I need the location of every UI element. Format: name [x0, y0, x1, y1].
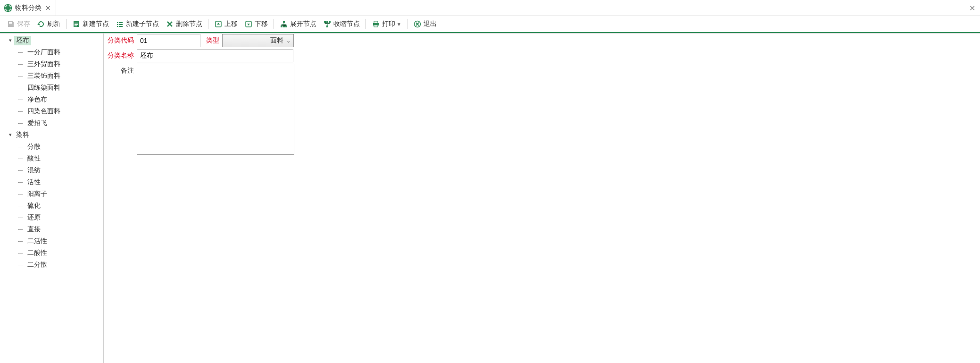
- svg-rect-7: [119, 22, 123, 23]
- svg-rect-9: [119, 26, 123, 27]
- new-child-icon: [116, 20, 124, 28]
- print-icon: [372, 20, 380, 28]
- exit-label: 退出: [424, 20, 437, 28]
- tree-label: 二分散: [25, 260, 49, 270]
- save-button[interactable]: 保存: [4, 17, 33, 31]
- move-down-label: 下移: [255, 20, 268, 28]
- tree-node-child[interactable]: 三装饰面料: [0, 70, 103, 82]
- tree-label: 四染色面料: [25, 107, 62, 116]
- svg-rect-4: [117, 22, 118, 23]
- tree-label: 三装饰面料: [25, 71, 62, 81]
- svg-rect-18: [326, 21, 328, 23]
- tree-label: 爱招飞: [25, 118, 49, 128]
- tree-label: 硫化: [25, 201, 42, 211]
- close-icon[interactable]: ✕: [45, 4, 51, 12]
- tree-node-child[interactable]: 一分厂面料: [0, 46, 103, 58]
- tree-node-child[interactable]: 硫化: [0, 200, 103, 211]
- tree-node-child[interactable]: 四练染面料: [0, 82, 103, 93]
- form-row-code-type: 分类代码 类型 面料 ⌄: [104, 34, 980, 48]
- form-row-remark: 备注: [104, 64, 980, 155]
- refresh-icon: [37, 20, 45, 28]
- code-input[interactable]: [137, 34, 200, 47]
- delete-node-label: 删除节点: [176, 20, 202, 28]
- collapse-button[interactable]: 收缩节点: [320, 17, 363, 31]
- tree-node-child[interactable]: 混纺: [0, 164, 103, 176]
- exit-button[interactable]: 退出: [410, 17, 440, 31]
- tab-title: 物料分类: [15, 4, 42, 12]
- print-button[interactable]: 打印 ▼: [369, 17, 404, 31]
- tree-node-child[interactable]: 二酸性: [0, 247, 103, 259]
- svg-rect-5: [117, 24, 118, 25]
- chevron-down-icon: ▼: [397, 22, 401, 27]
- tree-node-root-1[interactable]: ▾ 坯布: [0, 34, 103, 46]
- tree-node-root-2[interactable]: ▾ 染料: [0, 129, 103, 141]
- tree-node-child[interactable]: 活性: [0, 176, 103, 188]
- move-up-label: 上移: [224, 20, 238, 28]
- move-down-button[interactable]: 下移: [241, 17, 271, 31]
- refresh-label: 刷新: [47, 20, 60, 28]
- chevron-down-icon[interactable]: ▾: [7, 37, 14, 43]
- tree-label: 染料: [14, 130, 31, 140]
- chevron-down-icon[interactable]: ▾: [7, 132, 14, 138]
- tree: ▾ 坯布 一分厂面料三外贸面料三装饰面料四练染面料净色布四染色面料爱招飞 ▾ 染…: [0, 34, 103, 271]
- tree-label: 活性: [25, 177, 42, 187]
- new-child-button[interactable]: 新建子节点: [113, 17, 162, 31]
- name-input[interactable]: [137, 49, 293, 62]
- expand-button[interactable]: 展开节点: [277, 17, 319, 31]
- collapse-icon: [323, 20, 332, 28]
- tree-label: 分散: [25, 142, 42, 152]
- collapse-label: 收缩节点: [333, 20, 360, 28]
- type-select[interactable]: 面料 ⌄: [222, 34, 294, 47]
- tree-label: 还原: [25, 213, 42, 222]
- close-icon[interactable]: ✕: [969, 4, 975, 13]
- new-child-label: 新建子节点: [126, 20, 159, 28]
- separator: [274, 19, 274, 29]
- tab-material-category[interactable]: 物料分类 ✕: [0, 0, 56, 16]
- tree-node-child[interactable]: 净色布: [0, 93, 103, 105]
- svg-rect-16: [326, 25, 328, 27]
- svg-rect-13: [281, 25, 282, 27]
- tree-node-child[interactable]: 爱招飞: [0, 117, 103, 129]
- save-label: 保存: [17, 20, 30, 28]
- tree-node-child[interactable]: 阳离子: [0, 188, 103, 200]
- separator: [66, 19, 66, 29]
- down-icon: [244, 20, 253, 28]
- separator: [208, 19, 208, 29]
- new-node-label: 新建节点: [83, 20, 109, 28]
- svg-rect-19: [329, 21, 331, 23]
- exit-icon: [413, 20, 422, 28]
- remark-input[interactable]: [137, 64, 294, 155]
- label-remark: 备注: [104, 64, 137, 78]
- tree-node-child[interactable]: 二活性: [0, 235, 103, 247]
- svg-rect-3: [75, 25, 77, 26]
- toolbar: 保存 刷新 新建节点 新建子节点 删除节点 上移 下移: [0, 16, 980, 33]
- tree-label: 二酸性: [25, 248, 49, 258]
- new-node-icon: [72, 20, 81, 28]
- tree-panel[interactable]: ▾ 坯布 一分厂面料三外贸面料三装饰面料四练染面料净色布四染色面料爱招飞 ▾ 染…: [0, 34, 104, 363]
- svg-rect-8: [119, 24, 123, 25]
- separator: [407, 19, 407, 29]
- chevron-down-icon: ⌄: [286, 38, 291, 44]
- tree-label: 阳离子: [25, 189, 49, 199]
- move-up-button[interactable]: 上移: [211, 17, 241, 31]
- refresh-button[interactable]: 刷新: [34, 17, 63, 31]
- tree-node-child[interactable]: 二分散: [0, 259, 103, 270]
- separator: [365, 19, 366, 29]
- tree-node-child[interactable]: 酸性: [0, 152, 103, 164]
- main-area: ▾ 坯布 一分厂面料三外贸面料三装饰面料四练染面料净色布四染色面料爱招飞 ▾ 染…: [0, 33, 980, 363]
- tree-node-child[interactable]: 还原: [0, 211, 103, 223]
- tree-node-child[interactable]: 直接: [0, 223, 103, 235]
- delete-node-button[interactable]: 删除节点: [163, 17, 205, 31]
- up-icon: [214, 20, 223, 28]
- new-node-button[interactable]: 新建节点: [69, 17, 112, 31]
- tree-node-child[interactable]: 四染色面料: [0, 105, 103, 117]
- expand-icon: [280, 20, 288, 28]
- tree-label: 坯布: [14, 36, 31, 45]
- save-icon: [7, 20, 15, 28]
- tree-node-child[interactable]: 分散: [0, 141, 103, 152]
- tree-label: 直接: [25, 225, 42, 234]
- svg-rect-15: [285, 25, 287, 27]
- svg-rect-22: [374, 25, 378, 27]
- label-name: 分类名称: [104, 49, 137, 63]
- tree-node-child[interactable]: 三外贸面料: [0, 58, 103, 70]
